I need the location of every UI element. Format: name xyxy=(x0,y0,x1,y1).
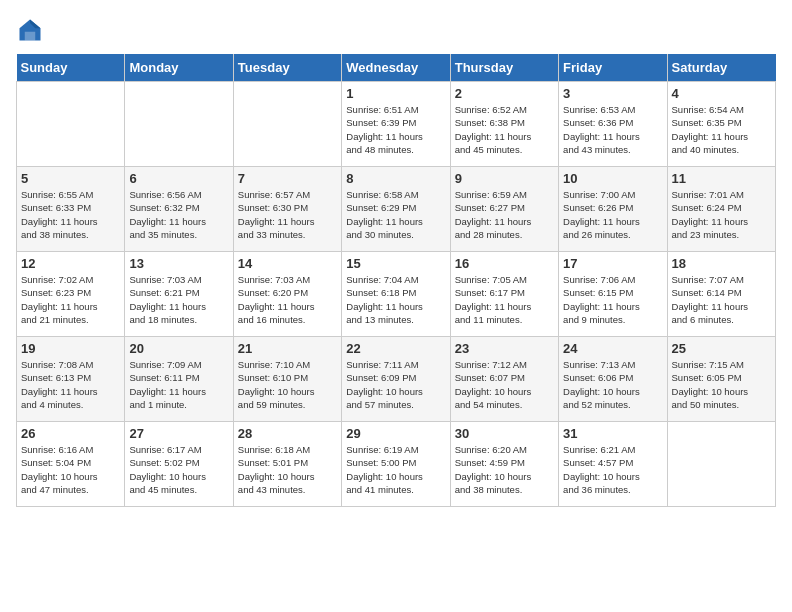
day-number: 23 xyxy=(455,341,554,356)
day-info: Sunrise: 7:11 AM Sunset: 6:09 PM Dayligh… xyxy=(346,358,445,411)
day-number: 12 xyxy=(21,256,120,271)
day-cell: 29Sunrise: 6:19 AM Sunset: 5:00 PM Dayli… xyxy=(342,422,450,507)
week-row-2: 5Sunrise: 6:55 AM Sunset: 6:33 PM Daylig… xyxy=(17,167,776,252)
logo xyxy=(16,16,48,44)
day-cell: 15Sunrise: 7:04 AM Sunset: 6:18 PM Dayli… xyxy=(342,252,450,337)
day-number: 30 xyxy=(455,426,554,441)
day-number: 27 xyxy=(129,426,228,441)
col-header-monday: Monday xyxy=(125,54,233,82)
svg-rect-2 xyxy=(25,32,36,41)
day-number: 11 xyxy=(672,171,771,186)
day-info: Sunrise: 6:53 AM Sunset: 6:36 PM Dayligh… xyxy=(563,103,662,156)
day-info: Sunrise: 7:02 AM Sunset: 6:23 PM Dayligh… xyxy=(21,273,120,326)
day-cell: 11Sunrise: 7:01 AM Sunset: 6:24 PM Dayli… xyxy=(667,167,775,252)
day-cell: 19Sunrise: 7:08 AM Sunset: 6:13 PM Dayli… xyxy=(17,337,125,422)
week-row-1: 1Sunrise: 6:51 AM Sunset: 6:39 PM Daylig… xyxy=(17,82,776,167)
day-info: Sunrise: 7:06 AM Sunset: 6:15 PM Dayligh… xyxy=(563,273,662,326)
day-number: 15 xyxy=(346,256,445,271)
day-cell: 3Sunrise: 6:53 AM Sunset: 6:36 PM Daylig… xyxy=(559,82,667,167)
day-info: Sunrise: 7:03 AM Sunset: 6:20 PM Dayligh… xyxy=(238,273,337,326)
day-cell: 22Sunrise: 7:11 AM Sunset: 6:09 PM Dayli… xyxy=(342,337,450,422)
day-cell: 10Sunrise: 7:00 AM Sunset: 6:26 PM Dayli… xyxy=(559,167,667,252)
col-header-tuesday: Tuesday xyxy=(233,54,341,82)
day-number: 9 xyxy=(455,171,554,186)
day-number: 4 xyxy=(672,86,771,101)
day-info: Sunrise: 7:04 AM Sunset: 6:18 PM Dayligh… xyxy=(346,273,445,326)
header-row: SundayMondayTuesdayWednesdayThursdayFrid… xyxy=(17,54,776,82)
day-info: Sunrise: 6:18 AM Sunset: 5:01 PM Dayligh… xyxy=(238,443,337,496)
day-number: 25 xyxy=(672,341,771,356)
calendar-table: SundayMondayTuesdayWednesdayThursdayFrid… xyxy=(16,54,776,507)
day-info: Sunrise: 7:08 AM Sunset: 6:13 PM Dayligh… xyxy=(21,358,120,411)
day-number: 6 xyxy=(129,171,228,186)
day-number: 14 xyxy=(238,256,337,271)
day-info: Sunrise: 7:07 AM Sunset: 6:14 PM Dayligh… xyxy=(672,273,771,326)
day-cell: 9Sunrise: 6:59 AM Sunset: 6:27 PM Daylig… xyxy=(450,167,558,252)
day-number: 22 xyxy=(346,341,445,356)
day-info: Sunrise: 7:00 AM Sunset: 6:26 PM Dayligh… xyxy=(563,188,662,241)
day-number: 7 xyxy=(238,171,337,186)
day-number: 18 xyxy=(672,256,771,271)
col-header-sunday: Sunday xyxy=(17,54,125,82)
day-info: Sunrise: 7:15 AM Sunset: 6:05 PM Dayligh… xyxy=(672,358,771,411)
day-number: 28 xyxy=(238,426,337,441)
day-info: Sunrise: 7:05 AM Sunset: 6:17 PM Dayligh… xyxy=(455,273,554,326)
day-cell: 12Sunrise: 7:02 AM Sunset: 6:23 PM Dayli… xyxy=(17,252,125,337)
day-number: 20 xyxy=(129,341,228,356)
col-header-wednesday: Wednesday xyxy=(342,54,450,82)
day-cell: 23Sunrise: 7:12 AM Sunset: 6:07 PM Dayli… xyxy=(450,337,558,422)
day-cell: 8Sunrise: 6:58 AM Sunset: 6:29 PM Daylig… xyxy=(342,167,450,252)
day-number: 29 xyxy=(346,426,445,441)
day-info: Sunrise: 6:52 AM Sunset: 6:38 PM Dayligh… xyxy=(455,103,554,156)
day-info: Sunrise: 6:51 AM Sunset: 6:39 PM Dayligh… xyxy=(346,103,445,156)
day-number: 10 xyxy=(563,171,662,186)
day-number: 31 xyxy=(563,426,662,441)
week-row-3: 12Sunrise: 7:02 AM Sunset: 6:23 PM Dayli… xyxy=(17,252,776,337)
day-number: 17 xyxy=(563,256,662,271)
day-info: Sunrise: 6:58 AM Sunset: 6:29 PM Dayligh… xyxy=(346,188,445,241)
day-cell: 14Sunrise: 7:03 AM Sunset: 6:20 PM Dayli… xyxy=(233,252,341,337)
day-info: Sunrise: 6:57 AM Sunset: 6:30 PM Dayligh… xyxy=(238,188,337,241)
day-number: 2 xyxy=(455,86,554,101)
day-number: 13 xyxy=(129,256,228,271)
day-info: Sunrise: 6:16 AM Sunset: 5:04 PM Dayligh… xyxy=(21,443,120,496)
day-cell xyxy=(125,82,233,167)
day-cell: 17Sunrise: 7:06 AM Sunset: 6:15 PM Dayli… xyxy=(559,252,667,337)
week-row-5: 26Sunrise: 6:16 AM Sunset: 5:04 PM Dayli… xyxy=(17,422,776,507)
day-cell: 16Sunrise: 7:05 AM Sunset: 6:17 PM Dayli… xyxy=(450,252,558,337)
day-cell: 4Sunrise: 6:54 AM Sunset: 6:35 PM Daylig… xyxy=(667,82,775,167)
day-info: Sunrise: 6:55 AM Sunset: 6:33 PM Dayligh… xyxy=(21,188,120,241)
day-cell: 26Sunrise: 6:16 AM Sunset: 5:04 PM Dayli… xyxy=(17,422,125,507)
day-cell: 7Sunrise: 6:57 AM Sunset: 6:30 PM Daylig… xyxy=(233,167,341,252)
day-cell: 30Sunrise: 6:20 AM Sunset: 4:59 PM Dayli… xyxy=(450,422,558,507)
day-info: Sunrise: 6:17 AM Sunset: 5:02 PM Dayligh… xyxy=(129,443,228,496)
day-cell: 24Sunrise: 7:13 AM Sunset: 6:06 PM Dayli… xyxy=(559,337,667,422)
day-number: 24 xyxy=(563,341,662,356)
col-header-friday: Friday xyxy=(559,54,667,82)
day-number: 5 xyxy=(21,171,120,186)
day-info: Sunrise: 6:56 AM Sunset: 6:32 PM Dayligh… xyxy=(129,188,228,241)
day-number: 3 xyxy=(563,86,662,101)
day-cell: 18Sunrise: 7:07 AM Sunset: 6:14 PM Dayli… xyxy=(667,252,775,337)
day-number: 16 xyxy=(455,256,554,271)
day-info: Sunrise: 7:13 AM Sunset: 6:06 PM Dayligh… xyxy=(563,358,662,411)
day-cell: 31Sunrise: 6:21 AM Sunset: 4:57 PM Dayli… xyxy=(559,422,667,507)
day-number: 19 xyxy=(21,341,120,356)
day-cell xyxy=(667,422,775,507)
day-info: Sunrise: 7:03 AM Sunset: 6:21 PM Dayligh… xyxy=(129,273,228,326)
week-row-4: 19Sunrise: 7:08 AM Sunset: 6:13 PM Dayli… xyxy=(17,337,776,422)
day-info: Sunrise: 6:20 AM Sunset: 4:59 PM Dayligh… xyxy=(455,443,554,496)
day-info: Sunrise: 7:09 AM Sunset: 6:11 PM Dayligh… xyxy=(129,358,228,411)
day-cell: 1Sunrise: 6:51 AM Sunset: 6:39 PM Daylig… xyxy=(342,82,450,167)
day-cell: 27Sunrise: 6:17 AM Sunset: 5:02 PM Dayli… xyxy=(125,422,233,507)
day-cell: 13Sunrise: 7:03 AM Sunset: 6:21 PM Dayli… xyxy=(125,252,233,337)
day-number: 26 xyxy=(21,426,120,441)
day-cell: 20Sunrise: 7:09 AM Sunset: 6:11 PM Dayli… xyxy=(125,337,233,422)
day-info: Sunrise: 6:19 AM Sunset: 5:00 PM Dayligh… xyxy=(346,443,445,496)
day-cell xyxy=(17,82,125,167)
day-cell: 6Sunrise: 6:56 AM Sunset: 6:32 PM Daylig… xyxy=(125,167,233,252)
day-info: Sunrise: 7:01 AM Sunset: 6:24 PM Dayligh… xyxy=(672,188,771,241)
day-cell: 25Sunrise: 7:15 AM Sunset: 6:05 PM Dayli… xyxy=(667,337,775,422)
day-cell: 2Sunrise: 6:52 AM Sunset: 6:38 PM Daylig… xyxy=(450,82,558,167)
day-cell xyxy=(233,82,341,167)
